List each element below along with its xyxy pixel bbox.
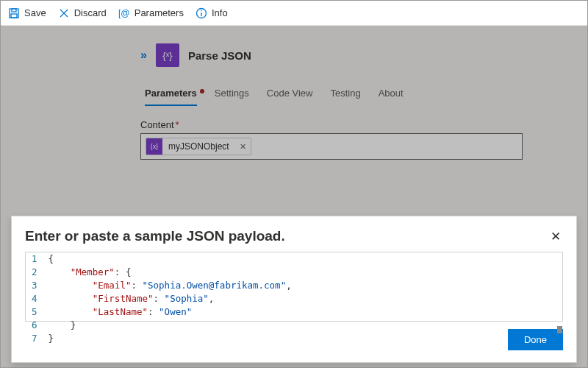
sample-json-modal: Enter or paste a sample JSON payload. ✕ …	[11, 216, 577, 363]
parameters-label: Parameters	[135, 7, 184, 18]
svg-rect-2	[11, 14, 17, 18]
modal-title: Enter or paste a sample JSON payload.	[25, 228, 285, 244]
discard-button[interactable]: Discard	[58, 7, 107, 19]
close-icon[interactable]: ✕	[548, 229, 563, 244]
discard-icon	[58, 7, 70, 19]
save-label: Save	[24, 7, 46, 18]
info-button[interactable]: Info	[196, 7, 228, 19]
parameters-button[interactable]: [@] Parameters	[118, 7, 184, 19]
discard-label: Discard	[74, 7, 107, 18]
save-icon	[8, 7, 20, 19]
info-label: Info	[212, 7, 228, 18]
svg-text:[@]: [@]	[118, 8, 130, 18]
svg-rect-1	[12, 9, 16, 12]
done-button[interactable]: Done	[508, 329, 563, 350]
json-editor[interactable]: 1234567 { "Member": { "Email": "Sophia.O…	[25, 252, 563, 322]
line-gutter: 1234567	[26, 252, 44, 321]
code-area[interactable]: { "Member": { "Email": "Sophia.Owen@fabr…	[44, 252, 296, 321]
info-icon	[196, 7, 207, 19]
scrollbar-thumb[interactable]	[557, 326, 562, 333]
command-bar: Save Discard [@] Parameters Info	[1, 1, 587, 26]
parameters-icon: [@]	[118, 7, 130, 19]
svg-point-8	[201, 10, 202, 11]
save-button[interactable]: Save	[8, 7, 46, 19]
